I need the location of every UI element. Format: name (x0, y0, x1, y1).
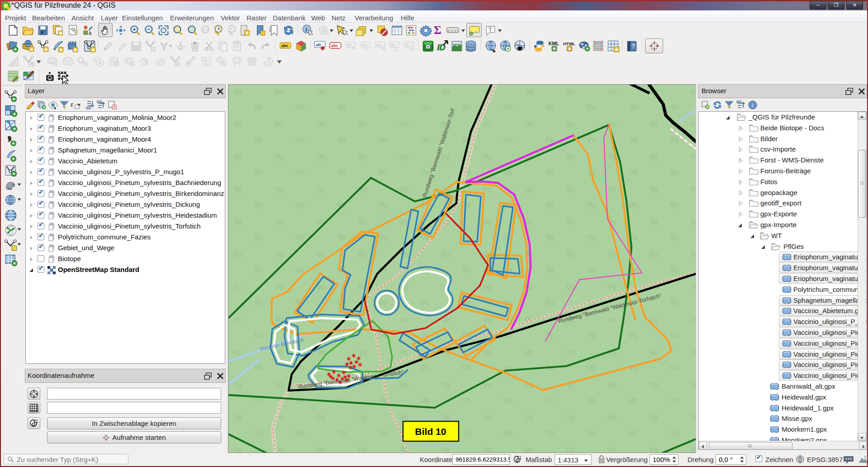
svg-text:✱: ✱ (246, 31, 249, 35)
svg-text:✱: ✱ (30, 48, 33, 52)
svg-text:i: i (305, 26, 307, 33)
svg-text:?: ? (631, 43, 635, 50)
svg-text:abc: abc (281, 43, 289, 48)
svg-text:i: i (752, 102, 754, 109)
svg-text:a: a (89, 30, 92, 36)
svg-text:o: o (49, 76, 51, 81)
svg-text:ε: ε (71, 101, 74, 108)
svg-text:T: T (489, 27, 492, 32)
svg-text:Bild 10: Bild 10 (415, 426, 446, 437)
svg-text:abc: abc (390, 43, 396, 47)
svg-text:KML: KML (549, 41, 560, 46)
svg-text:abc: abc (331, 43, 338, 48)
svg-text:1:1: 1:1 (203, 28, 208, 32)
svg-text:✱: ✱ (44, 48, 48, 52)
svg-text:abc: abc (376, 43, 382, 47)
svg-text:✱: ✱ (568, 47, 571, 51)
svg-text:ab: ab (316, 42, 321, 47)
svg-text:✱: ✱ (615, 48, 619, 52)
svg-text:✱: ✱ (59, 48, 63, 52)
svg-text:HTML: HTML (563, 41, 575, 46)
svg-text:✱: ✱ (59, 31, 62, 36)
svg-text:ab: ab (347, 43, 351, 47)
svg-text:abc: abc (361, 43, 367, 47)
svg-text:✱: ✱ (74, 48, 77, 52)
svg-text:✱: ✱ (91, 48, 95, 52)
svg-text:ab: ab (405, 43, 409, 47)
